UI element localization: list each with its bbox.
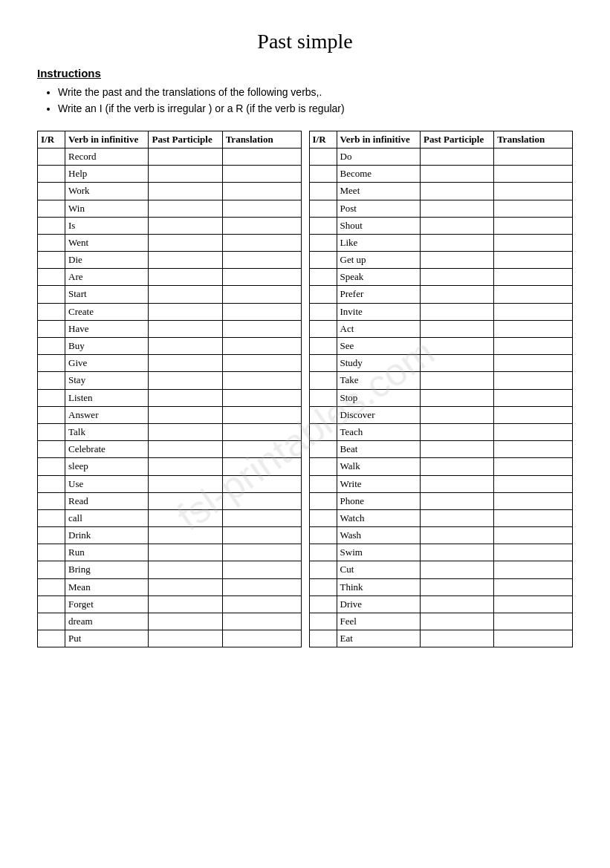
left-past-cell-9[interactable]	[149, 303, 222, 320]
right-ir-cell-22[interactable]	[309, 527, 337, 544]
right-ir-cell-1[interactable]	[309, 166, 337, 183]
left-past-cell-18[interactable]	[149, 458, 222, 475]
left-past-cell-10[interactable]	[149, 320, 222, 337]
right-ir-cell-19[interactable]	[309, 475, 337, 492]
right-ir-cell-28[interactable]	[309, 630, 337, 647]
left-trans-cell-0[interactable]	[222, 148, 301, 165]
left-past-cell-27[interactable]	[149, 613, 222, 630]
right-trans-cell-27[interactable]	[494, 613, 573, 630]
right-trans-cell-8[interactable]	[494, 286, 573, 303]
right-ir-cell-8[interactable]	[309, 286, 337, 303]
right-past-cell-15[interactable]	[420, 406, 493, 423]
left-ir-cell-9[interactable]	[38, 303, 65, 320]
right-trans-cell-21[interactable]	[494, 509, 573, 526]
right-trans-cell-25[interactable]	[494, 578, 573, 595]
left-ir-cell-23[interactable]	[38, 544, 65, 561]
left-ir-cell-4[interactable]	[38, 217, 65, 234]
left-ir-cell-2[interactable]	[38, 183, 65, 200]
right-past-cell-17[interactable]	[420, 441, 493, 458]
left-ir-cell-28[interactable]	[38, 630, 65, 647]
left-past-cell-28[interactable]	[149, 630, 222, 647]
right-past-cell-26[interactable]	[420, 595, 493, 613]
right-ir-cell-12[interactable]	[309, 355, 337, 372]
right-ir-cell-13[interactable]	[309, 372, 337, 389]
right-trans-cell-9[interactable]	[494, 303, 573, 320]
right-trans-cell-14[interactable]	[494, 389, 573, 406]
left-past-cell-5[interactable]	[149, 234, 222, 251]
right-past-cell-24[interactable]	[420, 561, 493, 578]
right-ir-cell-3[interactable]	[309, 200, 337, 217]
left-trans-cell-19[interactable]	[222, 475, 301, 492]
left-past-cell-22[interactable]	[149, 527, 222, 544]
left-past-cell-12[interactable]	[149, 355, 222, 372]
left-trans-cell-15[interactable]	[222, 406, 301, 423]
right-ir-cell-16[interactable]	[309, 423, 337, 440]
left-past-cell-15[interactable]	[149, 406, 222, 423]
right-trans-cell-26[interactable]	[494, 595, 573, 613]
left-ir-cell-11[interactable]	[38, 338, 65, 355]
right-past-cell-10[interactable]	[420, 320, 493, 337]
left-trans-cell-9[interactable]	[222, 303, 301, 320]
right-ir-cell-6[interactable]	[309, 252, 337, 269]
left-trans-cell-4[interactable]	[222, 217, 301, 234]
right-past-cell-11[interactable]	[420, 338, 493, 355]
left-ir-cell-19[interactable]	[38, 475, 65, 492]
right-ir-cell-4[interactable]	[309, 217, 337, 234]
left-past-cell-13[interactable]	[149, 372, 222, 389]
right-past-cell-19[interactable]	[420, 475, 493, 492]
right-past-cell-4[interactable]	[420, 217, 493, 234]
left-trans-cell-17[interactable]	[222, 441, 301, 458]
right-trans-cell-13[interactable]	[494, 372, 573, 389]
left-trans-cell-21[interactable]	[222, 509, 301, 526]
right-past-cell-9[interactable]	[420, 303, 493, 320]
left-past-cell-17[interactable]	[149, 441, 222, 458]
left-ir-cell-8[interactable]	[38, 286, 65, 303]
left-trans-cell-23[interactable]	[222, 544, 301, 561]
right-ir-cell-17[interactable]	[309, 441, 337, 458]
left-past-cell-0[interactable]	[149, 148, 222, 165]
right-trans-cell-24[interactable]	[494, 561, 573, 578]
right-past-cell-6[interactable]	[420, 252, 493, 269]
right-trans-cell-19[interactable]	[494, 475, 573, 492]
left-past-cell-24[interactable]	[149, 561, 222, 578]
right-trans-cell-20[interactable]	[494, 492, 573, 509]
left-trans-cell-6[interactable]	[222, 252, 301, 269]
left-trans-cell-16[interactable]	[222, 423, 301, 440]
left-ir-cell-7[interactable]	[38, 269, 65, 286]
left-trans-cell-24[interactable]	[222, 561, 301, 578]
right-trans-cell-11[interactable]	[494, 338, 573, 355]
left-past-cell-3[interactable]	[149, 200, 222, 217]
left-ir-cell-22[interactable]	[38, 527, 65, 544]
left-trans-cell-18[interactable]	[222, 458, 301, 475]
right-trans-cell-0[interactable]	[494, 148, 573, 165]
left-ir-cell-6[interactable]	[38, 252, 65, 269]
left-past-cell-6[interactable]	[149, 252, 222, 269]
right-past-cell-21[interactable]	[420, 509, 493, 526]
right-ir-cell-20[interactable]	[309, 492, 337, 509]
right-past-cell-23[interactable]	[420, 544, 493, 561]
right-trans-cell-4[interactable]	[494, 217, 573, 234]
left-ir-cell-13[interactable]	[38, 372, 65, 389]
right-trans-cell-6[interactable]	[494, 252, 573, 269]
left-ir-cell-16[interactable]	[38, 423, 65, 440]
left-ir-cell-27[interactable]	[38, 613, 65, 630]
left-past-cell-26[interactable]	[149, 595, 222, 613]
right-past-cell-1[interactable]	[420, 166, 493, 183]
right-past-cell-27[interactable]	[420, 613, 493, 630]
left-trans-cell-14[interactable]	[222, 389, 301, 406]
left-past-cell-7[interactable]	[149, 269, 222, 286]
left-trans-cell-2[interactable]	[222, 183, 301, 200]
right-past-cell-14[interactable]	[420, 389, 493, 406]
left-ir-cell-15[interactable]	[38, 406, 65, 423]
right-trans-cell-18[interactable]	[494, 458, 573, 475]
left-ir-cell-21[interactable]	[38, 509, 65, 526]
right-ir-cell-26[interactable]	[309, 595, 337, 613]
right-past-cell-22[interactable]	[420, 527, 493, 544]
left-ir-cell-20[interactable]	[38, 492, 65, 509]
right-trans-cell-28[interactable]	[494, 630, 573, 647]
left-past-cell-1[interactable]	[149, 166, 222, 183]
left-past-cell-4[interactable]	[149, 217, 222, 234]
left-trans-cell-1[interactable]	[222, 166, 301, 183]
right-past-cell-13[interactable]	[420, 372, 493, 389]
left-trans-cell-26[interactable]	[222, 595, 301, 613]
